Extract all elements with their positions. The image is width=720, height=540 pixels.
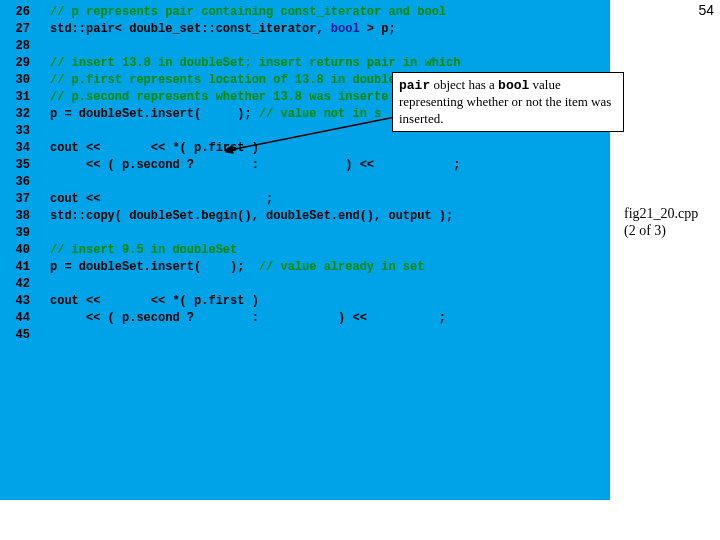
- line-number: 37: [0, 191, 36, 208]
- code-text: cout << ;: [50, 192, 273, 206]
- page-number: 54: [698, 2, 714, 18]
- line-number: 26: [0, 4, 36, 21]
- line-number: 28: [0, 38, 36, 55]
- svg-line-0: [230, 117, 395, 150]
- code-keyword: bool: [331, 22, 360, 36]
- code-comment: // p.second represents whether 13.8 was …: [50, 90, 388, 104]
- line-number: 42: [0, 276, 36, 293]
- caption-filename: fig21_20.cpp: [624, 206, 698, 223]
- line-number: 29: [0, 55, 36, 72]
- code-comment: // insert 13.8 in doubleSet; insert retu…: [50, 56, 460, 70]
- figure-caption: fig21_20.cpp (2 of 3): [624, 206, 698, 240]
- annotation-callout: pair object has a bool value representin…: [392, 72, 624, 132]
- caption-part: (2 of 3): [624, 223, 698, 240]
- code-text: p = doubleSet.insert( );: [50, 260, 259, 274]
- code-comment: // p represents pair containing const_it…: [50, 5, 446, 19]
- line-number: 39: [0, 225, 36, 242]
- code-text: std::pair< double_set::const_iterator,: [50, 22, 331, 36]
- callout-code: bool: [498, 78, 529, 93]
- code-text: << ( p.second ? : ) << ;: [50, 311, 446, 325]
- line-number: 38: [0, 208, 36, 225]
- line-number: 32: [0, 106, 36, 123]
- code-comment: // insert 9.5 in doubleSet: [50, 243, 237, 257]
- code-text: << ( p.second ? : ) << ;: [50, 158, 460, 172]
- line-number: 41: [0, 259, 36, 276]
- code-text: cout << << *( p.first ): [50, 294, 259, 308]
- code-comment: // value already in set: [259, 260, 425, 274]
- line-number: 34: [0, 140, 36, 157]
- line-number: 45: [0, 327, 36, 344]
- line-number: 27: [0, 21, 36, 38]
- callout-text: object has a: [430, 77, 498, 92]
- line-number: 33: [0, 123, 36, 140]
- code-text: > p;: [360, 22, 396, 36]
- callout-code: pair: [399, 78, 430, 93]
- code-comment: // p.first represents location of 13.8 i…: [50, 73, 446, 87]
- line-number: 40: [0, 242, 36, 259]
- line-number: 44: [0, 310, 36, 327]
- code-text: std::copy( doubleSet.begin(), doubleSet.…: [50, 209, 453, 223]
- line-number: 36: [0, 174, 36, 191]
- arrow-icon: [225, 115, 400, 155]
- line-number: 30: [0, 72, 36, 89]
- line-number-gutter: 26 27 28 29 30 31 32 33 34 35 36 37 38 3…: [0, 0, 36, 500]
- line-number: 43: [0, 293, 36, 310]
- line-number: 35: [0, 157, 36, 174]
- line-number: 31: [0, 89, 36, 106]
